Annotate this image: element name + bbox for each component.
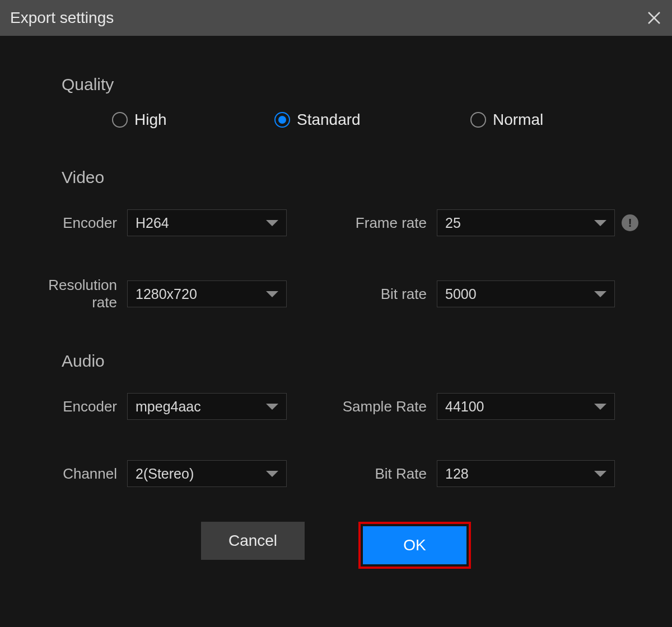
video-resolution-label: Resolution rate <box>34 277 127 311</box>
quality-radio-high[interactable]: High <box>112 111 274 129</box>
video-framerate-select[interactable]: 25 <box>437 209 615 236</box>
radio-icon <box>274 112 290 128</box>
audio-encoder-value: mpeg4aac <box>136 399 201 415</box>
video-heading: Video <box>62 168 638 187</box>
chevron-down-icon <box>594 291 606 297</box>
ok-button[interactable]: OK <box>363 526 466 564</box>
video-encoder-label: Encoder <box>34 214 127 232</box>
cancel-button[interactable]: Cancel <box>201 522 305 560</box>
quality-heading: Quality <box>62 75 638 94</box>
video-framerate-label: Frame rate <box>325 214 437 232</box>
audio-samplerate-select[interactable]: 44100 <box>437 393 615 420</box>
radio-icon <box>470 112 486 128</box>
chevron-down-icon <box>266 471 278 477</box>
video-resolution-select[interactable]: 1280x720 <box>127 280 287 307</box>
quality-radio-standard-label: Standard <box>297 111 361 129</box>
video-bitrate-label: Bit rate <box>325 286 437 303</box>
chevron-down-icon <box>594 471 606 477</box>
quality-radio-normal-label: Normal <box>493 111 543 129</box>
button-row: Cancel OK <box>34 522 638 569</box>
audio-heading: Audio <box>62 352 638 371</box>
quality-radio-normal[interactable]: Normal <box>470 111 543 129</box>
chevron-down-icon <box>594 404 606 410</box>
audio-channel-select[interactable]: 2(Stereo) <box>127 460 287 487</box>
chevron-down-icon <box>266 291 278 297</box>
dialog-title: Export settings <box>10 9 114 27</box>
audio-encoder-select[interactable]: mpeg4aac <box>127 393 287 420</box>
audio-encoder-label: Encoder <box>34 398 127 415</box>
highlight-box: OK <box>358 522 471 569</box>
video-bitrate-value: 5000 <box>445 286 477 302</box>
audio-samplerate-label: Sample Rate <box>325 398 437 415</box>
audio-samplerate-value: 44100 <box>445 399 484 415</box>
quality-radio-group: High Standard Normal <box>34 111 638 129</box>
quality-radio-standard[interactable]: Standard <box>274 111 470 129</box>
video-encoder-value: H264 <box>136 215 169 231</box>
audio-channel-value: 2(Stereo) <box>136 466 194 482</box>
dialog-content: Quality High Standard Normal Video Encod… <box>0 36 672 569</box>
titlebar: Export settings <box>0 0 672 36</box>
audio-bitrate-select[interactable]: 128 <box>437 460 615 487</box>
chevron-down-icon <box>266 404 278 410</box>
video-encoder-select[interactable]: H264 <box>127 209 287 236</box>
close-icon[interactable] <box>646 10 662 26</box>
audio-channel-label: Channel <box>34 465 127 483</box>
audio-bitrate-value: 128 <box>445 466 469 482</box>
video-bitrate-select[interactable]: 5000 <box>437 280 615 307</box>
video-framerate-value: 25 <box>445 215 461 231</box>
quality-radio-high-label: High <box>134 111 167 129</box>
info-icon[interactable]: ! <box>622 214 638 231</box>
chevron-down-icon <box>266 220 278 226</box>
chevron-down-icon <box>594 220 606 226</box>
radio-icon <box>112 112 128 128</box>
audio-bitrate-label: Bit Rate <box>325 465 437 483</box>
video-resolution-value: 1280x720 <box>136 286 197 302</box>
